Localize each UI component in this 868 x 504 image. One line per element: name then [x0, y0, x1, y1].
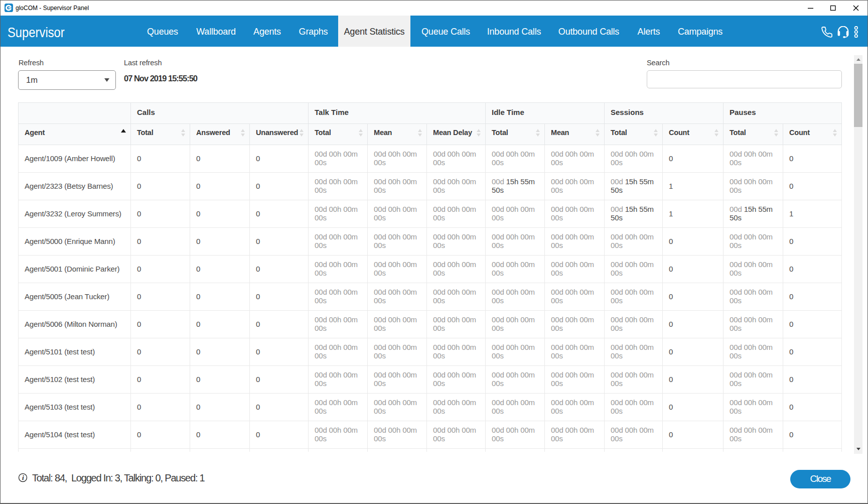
svg-text:i: i [22, 474, 24, 481]
